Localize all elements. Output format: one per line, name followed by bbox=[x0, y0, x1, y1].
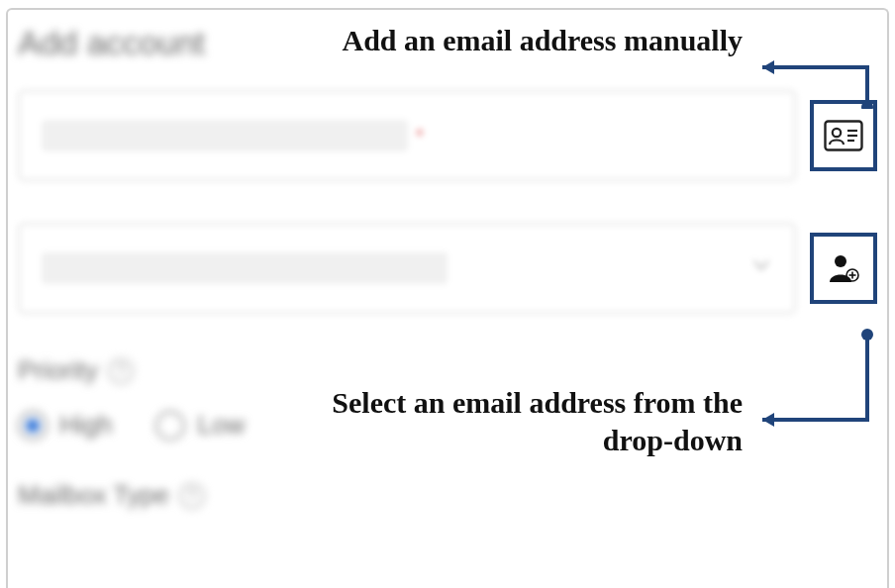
help-icon[interactable]: ? bbox=[108, 358, 134, 384]
priority-high-radio[interactable]: High bbox=[18, 410, 112, 441]
email-placeholder-mask bbox=[42, 120, 408, 151]
id-card-icon bbox=[824, 120, 863, 151]
chevron-down-icon bbox=[750, 254, 772, 282]
radio-icon bbox=[155, 411, 185, 441]
priority-high-label: High bbox=[59, 410, 112, 441]
email-input[interactable]: * bbox=[18, 90, 796, 181]
radio-icon bbox=[18, 411, 48, 441]
svg-point-1 bbox=[833, 129, 841, 137]
dropdown-placeholder-mask bbox=[42, 252, 448, 284]
mailbox-text: Mailbox Type bbox=[18, 480, 169, 511]
dropdown-field-row bbox=[18, 223, 877, 314]
required-marker-icon: * bbox=[416, 125, 424, 147]
page-title: Add account bbox=[18, 24, 877, 62]
priority-low-radio[interactable]: Low bbox=[155, 410, 245, 441]
priority-radio-group: High Low bbox=[18, 410, 877, 441]
person-add-icon bbox=[826, 250, 861, 286]
priority-low-label: Low bbox=[197, 410, 245, 441]
mailbox-type-label: Mailbox Type ? bbox=[18, 480, 877, 511]
svg-point-5 bbox=[835, 255, 846, 267]
help-icon[interactable]: ? bbox=[179, 483, 205, 509]
add-account-panel: Add account * bbox=[6, 8, 889, 588]
email-field-row: * bbox=[18, 90, 877, 181]
priority-label: Priority ? bbox=[18, 355, 877, 386]
select-email-dropdown-button[interactable] bbox=[810, 233, 877, 304]
email-dropdown[interactable] bbox=[18, 223, 796, 314]
add-email-manual-button[interactable] bbox=[810, 100, 877, 171]
priority-text: Priority bbox=[18, 355, 98, 386]
